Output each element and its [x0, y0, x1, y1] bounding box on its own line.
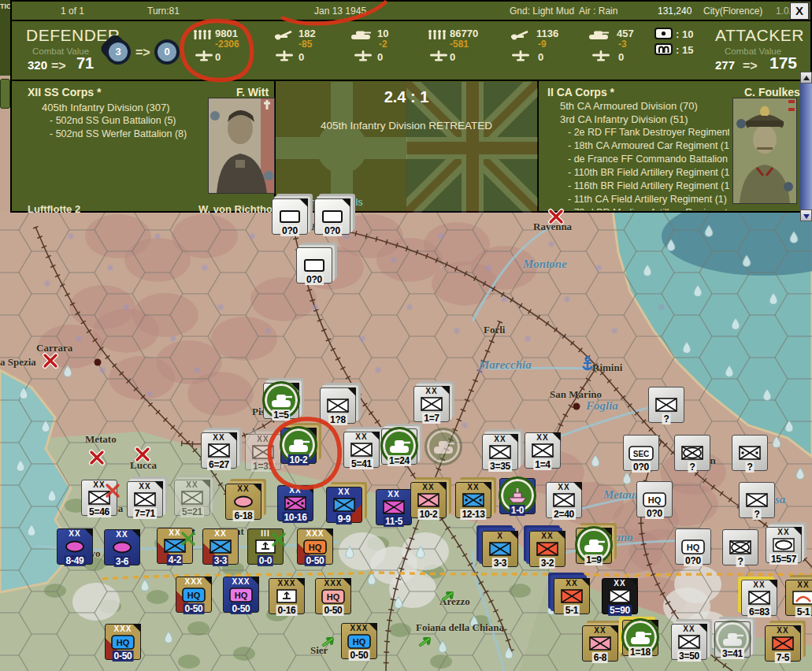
map-counter[interactable]: XX7=71 [127, 481, 163, 517]
svg-text:HQ: HQ [235, 591, 248, 600]
map-counter[interactable]: XXXHQ0-50 [223, 576, 259, 613]
counter-value: 5-1 [795, 606, 811, 617]
map-counter[interactable]: 10-2 [280, 428, 317, 464]
counter-value: 1-0 [510, 505, 525, 516]
defender-cv-before: 320 [28, 58, 47, 72]
scroll-down-button[interactable] [800, 209, 812, 221]
map-counter[interactable]: 3=41 [714, 621, 751, 658]
map-counter[interactable]: 1=18 [622, 620, 658, 656]
counter-size-label: XX [203, 529, 238, 538]
map-counter[interactable]: III0-0 [247, 528, 284, 565]
map-counter[interactable]: XX3-2 [529, 531, 565, 567]
combat-result: 405th Infantry Division RETREATED [275, 120, 538, 132]
map-counter[interactable]: XX1=31 [245, 434, 281, 470]
map-counter[interactable]: X3-3 [482, 531, 518, 567]
map-counter[interactable]: XX3-6 [104, 529, 140, 565]
counter-value: 3=41 [721, 648, 744, 659]
defender-men-loss: -2306 [215, 39, 239, 50]
counter-unit-symbol [284, 496, 306, 513]
map-counter[interactable]: XX11-5 [376, 489, 412, 525]
map-counter[interactable]: HQ0?0 [636, 481, 673, 517]
map-counter[interactable]: XX3=50 [671, 624, 707, 660]
map-counter[interactable]: HQ0?0 [675, 528, 711, 565]
map-counter[interactable]: XX6-18 [225, 484, 261, 520]
map-counter[interactable]: XXXHQ0-50 [315, 578, 351, 614]
counter-size-label: XXX [106, 625, 140, 633]
map-counter[interactable]: XXXHQ0-50 [297, 528, 333, 565]
map-counter[interactable]: 1=5 [263, 383, 299, 419]
map-counter[interactable]: XX8-49 [57, 528, 93, 565]
counter-size-label: XX [411, 483, 446, 491]
counter-unit-symbol [88, 491, 110, 508]
fort-arrow: => [135, 46, 150, 60]
defender-cv-after: 71 [76, 54, 94, 72]
attacker-label: ATTACKER [715, 26, 804, 45]
map-counter[interactable]: XXXHQ0-50 [105, 624, 141, 660]
map-counter[interactable]: 1-0 [499, 478, 536, 514]
map-counter[interactable]: XX1=4 [525, 432, 561, 469]
svg-text:HQ: HQ [687, 543, 700, 552]
counter-value: 0?0 [323, 225, 342, 236]
map-counter[interactable]: 0?0 [272, 198, 308, 235]
edge-clipped-text: TIO [0, 0, 10, 78]
map-counter[interactable]: XX3-3 [202, 528, 239, 565]
map-counter[interactable]: XX10-2 [410, 482, 447, 518]
map-counter[interactable]: XX6-8 [582, 625, 618, 662]
map-counter[interactable]: XX6=83 [741, 580, 777, 616]
map-counter[interactable]: XX5=46 [81, 480, 117, 516]
map-counter[interactable]: 1=24 [381, 428, 417, 465]
map-counter[interactable]: XX7-5 [765, 625, 801, 662]
scroll-up-button[interactable] [800, 72, 812, 83]
map-counter[interactable]: XXXHQ0-50 [176, 576, 212, 613]
map-counter[interactable]: ? [739, 482, 775, 518]
map-counter[interactable]: XX4-2 [157, 528, 193, 564]
map-counter[interactable]: XX1=7 [413, 386, 450, 422]
defender-men-air: 0 [215, 51, 221, 63]
map-counter[interactable]: ? [674, 435, 710, 471]
attacker-cv-after: 175 [769, 54, 797, 72]
counter-unit-symbol [489, 445, 511, 462]
counter-size-label: XXX [269, 579, 304, 588]
date-label: Jan 13 1945 [314, 6, 366, 17]
map-counter[interactable]: ? [732, 435, 768, 471]
map-counter[interactable]: XX5=21 [174, 480, 210, 516]
map-counter[interactable]: ? [648, 387, 684, 423]
counter-value: 11-5 [384, 516, 404, 527]
attacker-guns: 1136 [536, 28, 558, 39]
attacker-hq-title: II CA Corps * [547, 86, 614, 98]
town-label: Ravenna [533, 221, 572, 233]
map-counter[interactable]: XX5-1 [785, 580, 812, 616]
map-counter[interactable]: XX10-16 [277, 485, 313, 521]
counter-unit-symbol [383, 500, 405, 517]
map-counter[interactable]: 1=9 [576, 528, 612, 564]
map-counter[interactable]: XX12-13 [455, 482, 491, 518]
map-counter[interactable]: 0?0 [314, 198, 350, 235]
map-counter[interactable]: XX5-1 [554, 578, 590, 614]
counter-size-label: XXX [298, 529, 332, 538]
counter-value: 3=50 [677, 651, 701, 662]
counter-unit-symbol [333, 498, 355, 515]
counter-size-label: XX [376, 490, 411, 499]
unit-list-scrollbar[interactable] [800, 83, 812, 209]
map-counter[interactable]: XXX0-16 [269, 578, 305, 614]
map-counter[interactable]: SEC0?0 [623, 435, 659, 471]
combat-resolution-dialog: 1 of 1 Turn:81 Jan 13 1945 Gnd: Light Mu… [10, 0, 812, 213]
map-counter[interactable]: XX15=57 [766, 527, 802, 563]
map-counter[interactable]: XX5=41 [343, 432, 380, 468]
map-counter[interactable]: XX5=90 [602, 578, 638, 614]
attacker-commander-portrait [732, 98, 797, 204]
map-counter[interactable]: ? [722, 529, 758, 565]
map-counter[interactable]: XXXHQ0-50 [341, 623, 377, 659]
map-counter[interactable]: XX3=35 [482, 434, 518, 470]
close-button[interactable]: X [790, 2, 809, 20]
map-counter[interactable] [426, 430, 462, 466]
map-counter[interactable]: XX9-9 [326, 487, 362, 523]
counter-value: 6-8 [592, 652, 608, 663]
unit-list-item: 5th CA Armoured Division (70) [552, 99, 729, 113]
map-counter[interactable]: XX6=27 [201, 432, 237, 469]
map-counter[interactable]: XX2=40 [546, 482, 582, 518]
counter-value: 7-5 [775, 652, 791, 663]
map-counter[interactable]: 1?8 [320, 387, 356, 424]
attacker-unit-list: 5th CA Armoured Division (70)3rd CA Infa… [552, 99, 729, 210]
map-counter[interactable]: 0?0 [296, 247, 332, 284]
